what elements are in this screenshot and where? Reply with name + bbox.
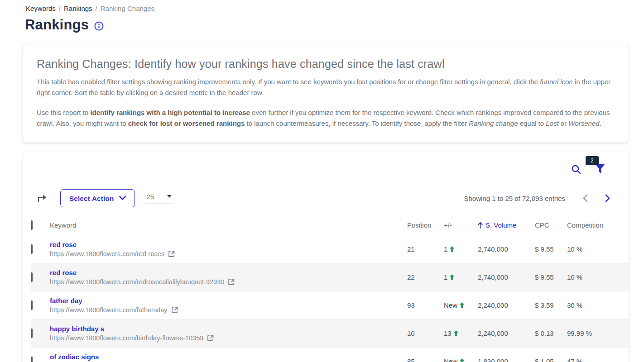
table-row: red rose https://www.1800flowers.com/red… <box>31 235 629 263</box>
row-checkbox[interactable] <box>31 300 33 310</box>
breadcrumb-keywords[interactable]: Keywords <box>26 5 56 12</box>
rankings-table-card: 2 Select Action 25 <box>23 152 629 362</box>
position-value: 93 <box>407 301 444 309</box>
info-card: Ranking Changes: Identify how your ranki… <box>23 44 629 143</box>
row-checkbox[interactable] <box>31 244 33 254</box>
position-value: 85 <box>407 357 444 362</box>
breadcrumb: Keywords / Rankings / Ranking Changes <box>0 0 644 12</box>
row-checkbox[interactable] <box>31 357 33 362</box>
keyword-link[interactable]: happy birthday s <box>50 325 104 333</box>
column-header-keyword[interactable]: Keyword <box>50 221 407 229</box>
next-page-button[interactable] <box>605 194 610 202</box>
table-header-row: Keyword Position +/- S. Volume CPC Compe… <box>31 215 629 235</box>
rankings-page: Keywords / Rankings / Ranking Changes Ra… <box>0 0 644 362</box>
competition-value: 47 % <box>567 357 629 362</box>
rank-up-arrow-icon <box>459 358 465 362</box>
table-row: of zodiac signs https://www.1800flowers.… <box>31 348 629 362</box>
select-action-dropdown[interactable]: Select Action <box>60 189 135 207</box>
competition-value: 10 % <box>567 273 629 281</box>
cpc-value: $ 0.13 <box>535 329 567 337</box>
external-link-icon[interactable] <box>168 251 175 257</box>
column-header-competition[interactable]: Competition <box>567 221 629 229</box>
rank-up-arrow-icon <box>453 330 459 336</box>
position-value: 22 <box>407 273 444 281</box>
cpc-value: $ 1.05 <box>535 357 567 362</box>
text-segment: identify rankings with a high potential … <box>90 109 250 116</box>
table-row: happy birthday s https://www.1800flowers… <box>31 319 629 348</box>
breadcrumb-ranking-changes: Ranking Changes <box>101 5 154 12</box>
table-body: red rose https://www.1800flowers.com/red… <box>23 235 629 362</box>
keyword-link[interactable]: father day <box>50 297 82 305</box>
search-volume-value: 2,240,000 <box>478 329 535 337</box>
text-segment: check for lost or worsened rankings <box>128 119 245 127</box>
breadcrumb-separator: / <box>96 5 97 12</box>
table-row: red rose https://www.1800flowers.com/red… <box>31 263 629 291</box>
column-header-volume-label: S. Volume <box>485 221 516 229</box>
rank-up-arrow-icon <box>449 274 455 280</box>
rank-up-arrow-icon <box>449 246 455 252</box>
sort-ascending-icon <box>478 222 483 229</box>
competition-value: 30 % <box>567 301 629 309</box>
keyword-link[interactable]: red rose <box>50 269 77 276</box>
text-segment: Lost <box>546 119 558 127</box>
change-value: New <box>444 357 457 362</box>
keyword-link[interactable]: red rose <box>50 241 77 248</box>
text-segment: . <box>600 119 601 127</box>
search-icon[interactable] <box>571 164 582 175</box>
filter-count-badge: 2 <box>586 156 599 165</box>
funnel-icon[interactable]: 2 <box>595 164 605 175</box>
position-value: 10 <box>407 329 444 337</box>
change-value: 13 <box>444 329 452 337</box>
change-value: 1 <box>444 273 447 281</box>
external-link-icon[interactable] <box>207 335 214 342</box>
info-icon[interactable] <box>94 21 104 31</box>
text-segment: funnel icon <box>540 78 573 86</box>
showing-entries-text: Showing 1 to 25 of 72,093 entries <box>464 195 566 202</box>
search-volume-value: 1,830,000 <box>478 357 535 362</box>
chevron-down-icon <box>119 196 126 200</box>
cpc-value: $ 3.59 <box>535 301 567 309</box>
info-card-heading: Ranking Changes: Identify how your ranki… <box>37 57 615 71</box>
page-title: Rankings <box>25 17 89 33</box>
column-header-cpc[interactable]: CPC <box>535 221 567 229</box>
page-size-select[interactable]: 25 <box>144 193 173 204</box>
competition-value: 99.99 % <box>567 329 629 337</box>
position-value: 21 <box>407 245 444 253</box>
cpc-value: $ 9.55 <box>535 245 567 253</box>
keyword-url: https://www.1800flowers.com/birthday-flo… <box>50 334 203 342</box>
breadcrumb-separator: / <box>59 5 61 12</box>
info-paragraph-2: Use this report to identify rankings wit… <box>37 107 615 129</box>
text-segment: equal to <box>518 119 546 127</box>
rank-up-arrow-icon <box>459 302 465 308</box>
page-size-value: 25 <box>146 193 154 200</box>
external-link-icon[interactable] <box>171 307 178 314</box>
row-checkbox[interactable] <box>31 329 33 338</box>
text-segment: or <box>559 119 569 127</box>
text-segment: Use this report to <box>37 109 90 116</box>
external-link-icon[interactable] <box>228 279 235 286</box>
keyword-link[interactable]: of zodiac signs <box>50 353 99 361</box>
column-header-change[interactable]: +/- <box>444 221 478 229</box>
previous-page-button[interactable] <box>582 194 588 202</box>
table-row: father day https://www.1800flowers.com/f… <box>31 291 629 319</box>
cpc-value: $ 9.55 <box>535 273 567 281</box>
keyword-url: https://www.1800flowers.com/redrosecalla… <box>50 278 224 286</box>
info-paragraph-1: This table has enabled filter settings s… <box>37 76 615 98</box>
select-action-label: Select Action <box>69 195 114 202</box>
search-volume-value: 2,740,000 <box>478 273 535 281</box>
column-header-volume[interactable]: S. Volume <box>478 221 535 229</box>
search-volume-value: 2,740,000 <box>478 245 535 253</box>
search-volume-value: 2,240,000 <box>478 301 535 309</box>
keyword-url: https://www.1800flowers.com/fathersday <box>50 306 168 314</box>
change-value: New <box>444 301 457 309</box>
text-segment: Ranking change <box>469 119 518 127</box>
text-segment: to launch countermeasures, if necessary.… <box>245 119 469 127</box>
row-checkbox[interactable] <box>31 272 33 282</box>
export-arrow-icon[interactable] <box>37 193 48 203</box>
competition-value: 10 % <box>567 245 629 253</box>
change-value: 1 <box>444 245 447 253</box>
column-header-position[interactable]: Position <box>407 221 444 229</box>
text-segment: This table has enabled filter settings s… <box>37 78 540 86</box>
breadcrumb-rankings[interactable]: Rankings <box>64 5 92 12</box>
select-all-checkbox[interactable] <box>31 220 33 230</box>
